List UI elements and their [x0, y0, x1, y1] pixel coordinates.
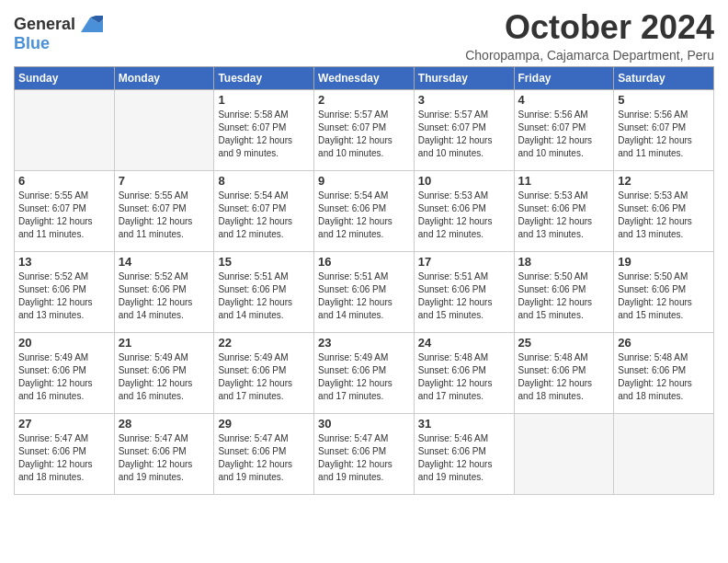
day-number: 14 [119, 255, 210, 269]
day-cell: 3 Sunrise: 5:57 AMSunset: 6:07 PMDayligh… [414, 89, 514, 170]
day-number: 18 [518, 255, 610, 269]
day-info: Sunrise: 5:56 AMSunset: 6:07 PMDaylight:… [618, 109, 710, 160]
day-info: Sunrise: 5:51 AMSunset: 6:06 PMDaylight:… [418, 270, 510, 322]
day-cell: 13 Sunrise: 5:52 AMSunset: 6:06 PMDaylig… [15, 251, 115, 332]
week-row-2: 6 Sunrise: 5:55 AMSunset: 6:07 PMDayligh… [15, 170, 714, 251]
day-info: Sunrise: 5:50 AMSunset: 6:06 PMDaylight:… [518, 270, 610, 322]
day-cell: 25 Sunrise: 5:48 AMSunset: 6:06 PMDaylig… [514, 332, 614, 413]
day-cell: 24 Sunrise: 5:48 AMSunset: 6:06 PMDaylig… [414, 332, 514, 413]
header: General Blue October 2024 Choropampa, Ca… [14, 9, 714, 63]
day-number: 28 [119, 417, 210, 431]
day-cell: 22 Sunrise: 5:49 AMSunset: 6:06 PMDaylig… [214, 332, 314, 413]
day-info: Sunrise: 5:47 AMSunset: 6:06 PMDaylight:… [18, 432, 110, 484]
day-number: 29 [218, 417, 310, 431]
day-cell [114, 89, 214, 170]
day-cell: 15 Sunrise: 5:51 AMSunset: 6:06 PMDaylig… [214, 251, 314, 332]
day-header-friday: Friday [514, 66, 614, 89]
week-row-3: 13 Sunrise: 5:52 AMSunset: 6:06 PMDaylig… [15, 251, 714, 332]
day-info: Sunrise: 5:49 AMSunset: 6:06 PMDaylight:… [318, 351, 410, 403]
day-cell: 27 Sunrise: 5:47 AMSunset: 6:06 PMDaylig… [15, 413, 115, 494]
day-info: Sunrise: 5:48 AMSunset: 6:06 PMDaylight:… [618, 351, 710, 403]
calendar-table: SundayMondayTuesdayWednesdayThursdayFrid… [14, 66, 714, 495]
day-number: 27 [18, 417, 110, 431]
day-info: Sunrise: 5:55 AMSunset: 6:07 PMDaylight:… [18, 190, 110, 241]
day-number: 12 [618, 174, 710, 188]
day-number: 22 [218, 336, 310, 350]
day-number: 6 [18, 174, 110, 188]
day-info: Sunrise: 5:56 AMSunset: 6:07 PMDaylight:… [518, 109, 610, 160]
day-number: 21 [119, 336, 210, 350]
day-info: Sunrise: 5:46 AMSunset: 6:06 PMDaylight:… [418, 432, 510, 484]
day-cell: 29 Sunrise: 5:47 AMSunset: 6:06 PMDaylig… [214, 413, 314, 494]
day-info: Sunrise: 5:47 AMSunset: 6:06 PMDaylight:… [218, 432, 310, 484]
day-cell: 14 Sunrise: 5:52 AMSunset: 6:06 PMDaylig… [114, 251, 214, 332]
day-info: Sunrise: 5:52 AMSunset: 6:06 PMDaylight:… [18, 270, 110, 322]
day-info: Sunrise: 5:53 AMSunset: 6:06 PMDaylight:… [618, 190, 710, 241]
day-number: 1 [218, 93, 310, 107]
day-info: Sunrise: 5:48 AMSunset: 6:06 PMDaylight:… [518, 351, 610, 403]
day-number: 17 [418, 255, 510, 269]
day-info: Sunrise: 5:49 AMSunset: 6:06 PMDaylight:… [18, 351, 110, 403]
day-number: 24 [418, 336, 510, 350]
day-cell: 8 Sunrise: 5:54 AMSunset: 6:07 PMDayligh… [214, 170, 314, 251]
day-cell: 23 Sunrise: 5:49 AMSunset: 6:06 PMDaylig… [314, 332, 415, 413]
day-info: Sunrise: 5:47 AMSunset: 6:06 PMDaylight:… [119, 432, 210, 484]
day-cell: 11 Sunrise: 5:53 AMSunset: 6:06 PMDaylig… [514, 170, 614, 251]
day-info: Sunrise: 5:54 AMSunset: 6:07 PMDaylight:… [218, 190, 310, 241]
day-cell: 12 Sunrise: 5:53 AMSunset: 6:06 PMDaylig… [614, 170, 714, 251]
day-number: 4 [518, 93, 610, 107]
day-cell: 4 Sunrise: 5:56 AMSunset: 6:07 PMDayligh… [514, 89, 614, 170]
day-number: 9 [318, 174, 410, 188]
logo-icon [77, 16, 103, 34]
day-info: Sunrise: 5:49 AMSunset: 6:06 PMDaylight:… [218, 351, 310, 403]
day-info: Sunrise: 5:55 AMSunset: 6:07 PMDaylight:… [119, 190, 210, 241]
day-cell: 1 Sunrise: 5:58 AMSunset: 6:07 PMDayligh… [214, 89, 314, 170]
day-cell [15, 89, 115, 170]
location-title: Choropampa, Cajamarca Department, Peru [465, 48, 714, 63]
day-info: Sunrise: 5:57 AMSunset: 6:07 PMDaylight:… [418, 109, 510, 160]
logo: General Blue [14, 15, 103, 53]
week-row-4: 20 Sunrise: 5:49 AMSunset: 6:06 PMDaylig… [15, 332, 714, 413]
day-info: Sunrise: 5:57 AMSunset: 6:07 PMDaylight:… [318, 109, 410, 160]
day-number: 25 [518, 336, 610, 350]
day-cell [614, 413, 714, 494]
day-info: Sunrise: 5:47 AMSunset: 6:06 PMDaylight:… [318, 432, 410, 484]
day-cell: 28 Sunrise: 5:47 AMSunset: 6:06 PMDaylig… [114, 413, 214, 494]
logo-general-text: General [14, 15, 75, 34]
day-cell: 30 Sunrise: 5:47 AMSunset: 6:06 PMDaylig… [314, 413, 415, 494]
day-header-thursday: Thursday [414, 66, 514, 89]
day-header-wednesday: Wednesday [314, 66, 415, 89]
day-info: Sunrise: 5:51 AMSunset: 6:06 PMDaylight:… [318, 270, 410, 322]
week-row-5: 27 Sunrise: 5:47 AMSunset: 6:06 PMDaylig… [15, 413, 714, 494]
day-number: 8 [218, 174, 310, 188]
day-number: 20 [18, 336, 110, 350]
day-cell: 9 Sunrise: 5:54 AMSunset: 6:06 PMDayligh… [314, 170, 415, 251]
day-cell [514, 413, 614, 494]
day-cell: 19 Sunrise: 5:50 AMSunset: 6:06 PMDaylig… [614, 251, 714, 332]
day-number: 13 [18, 255, 110, 269]
day-cell: 7 Sunrise: 5:55 AMSunset: 6:07 PMDayligh… [114, 170, 214, 251]
day-info: Sunrise: 5:53 AMSunset: 6:06 PMDaylight:… [518, 190, 610, 241]
header-row: SundayMondayTuesdayWednesdayThursdayFrid… [15, 66, 714, 89]
day-number: 31 [418, 417, 510, 431]
day-info: Sunrise: 5:58 AMSunset: 6:07 PMDaylight:… [218, 109, 310, 160]
day-info: Sunrise: 5:54 AMSunset: 6:06 PMDaylight:… [318, 190, 410, 241]
day-info: Sunrise: 5:49 AMSunset: 6:06 PMDaylight:… [119, 351, 210, 403]
day-cell: 10 Sunrise: 5:53 AMSunset: 6:06 PMDaylig… [414, 170, 514, 251]
day-number: 26 [618, 336, 710, 350]
day-cell: 20 Sunrise: 5:49 AMSunset: 6:06 PMDaylig… [15, 332, 115, 413]
day-info: Sunrise: 5:51 AMSunset: 6:06 PMDaylight:… [218, 270, 310, 322]
day-cell: 26 Sunrise: 5:48 AMSunset: 6:06 PMDaylig… [614, 332, 714, 413]
day-number: 23 [318, 336, 410, 350]
day-cell: 2 Sunrise: 5:57 AMSunset: 6:07 PMDayligh… [314, 89, 415, 170]
day-number: 5 [618, 93, 710, 107]
day-info: Sunrise: 5:53 AMSunset: 6:06 PMDaylight:… [418, 190, 510, 241]
day-number: 15 [218, 255, 310, 269]
day-cell: 5 Sunrise: 5:56 AMSunset: 6:07 PMDayligh… [614, 89, 714, 170]
day-cell: 17 Sunrise: 5:51 AMSunset: 6:06 PMDaylig… [414, 251, 514, 332]
day-cell: 6 Sunrise: 5:55 AMSunset: 6:07 PMDayligh… [15, 170, 115, 251]
day-number: 10 [418, 174, 510, 188]
day-info: Sunrise: 5:52 AMSunset: 6:06 PMDaylight:… [119, 270, 210, 322]
day-number: 7 [119, 174, 210, 188]
logo-blue-text: Blue [14, 34, 50, 53]
